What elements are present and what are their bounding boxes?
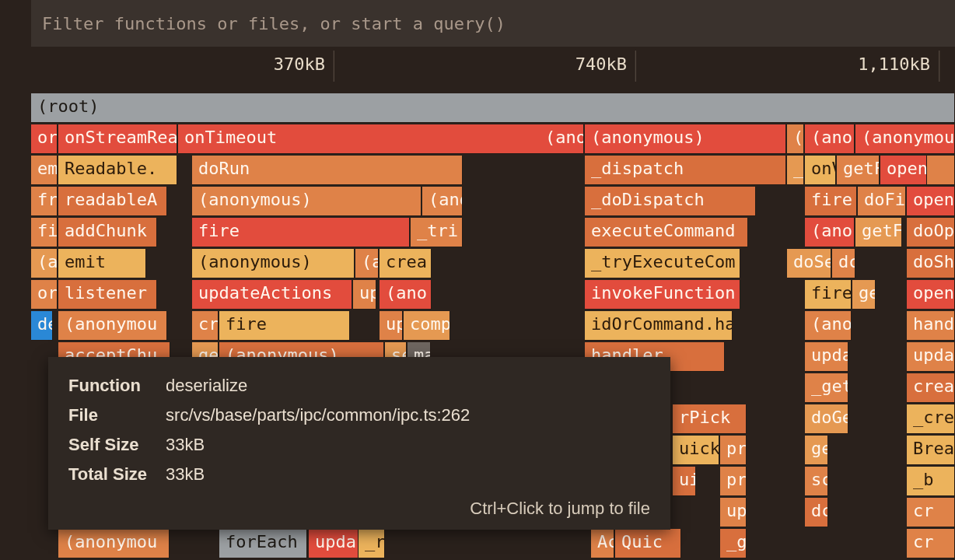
flame-cell[interactable]: (anonymou — [58, 529, 170, 558]
flame-cell[interactable]: getF — [837, 156, 880, 185]
flame-cell[interactable]: onTimeout — [178, 124, 584, 154]
flame-cell[interactable]: doSh — [907, 249, 955, 278]
flame-cell[interactable]: uick — [673, 436, 719, 465]
flame-cell[interactable]: up — [380, 311, 403, 341]
flame-cell[interactable]: invokeFunction — [585, 280, 740, 310]
flame-cell[interactable]: _get — [805, 373, 848, 403]
flame-cell[interactable]: (ano — [422, 187, 463, 216]
tooltip-val-totalsize: 33kB — [166, 460, 478, 489]
flame-cell[interactable]: fr — [31, 187, 58, 216]
flame-cell[interactable]: upda — [805, 342, 848, 372]
flame-cell[interactable]: (anonymou — [58, 311, 167, 341]
flame-cell[interactable]: ge — [805, 436, 828, 465]
flame-cell[interactable]: pr — [720, 436, 747, 465]
flame-cell[interactable]: (ano — [380, 280, 432, 310]
flame-cell[interactable]: upda — [309, 529, 359, 558]
flame-cell[interactable]: ge — [852, 280, 876, 310]
flame-cell[interactable]: Brea — [907, 436, 955, 465]
flame-row: de(anonymoucrfireupcompidOrCommand.ha(an… — [31, 311, 955, 341]
flame-cell[interactable]: doRun — [192, 156, 463, 185]
flame-cell[interactable]: comp — [404, 311, 450, 341]
flame-cell[interactable] — [927, 156, 955, 185]
flame-cell[interactable]: emit — [58, 249, 146, 278]
flame-cell[interactable]: _cre — [907, 404, 955, 434]
flame-cell[interactable]: open — [907, 280, 955, 310]
flame-tooltip: Function deserialize File src/vs/base/pa… — [48, 357, 670, 530]
flame-cell[interactable]: hand — [907, 311, 955, 341]
flame-cell[interactable]: dc — [805, 498, 828, 527]
flame-cell[interactable]: forEach — [219, 529, 307, 558]
flame-cell[interactable]: onVa — [805, 156, 836, 185]
filter-input[interactable] — [31, 0, 955, 47]
flame-cell[interactable]: Readable. — [58, 156, 177, 185]
flame-cell[interactable]: (ano — [805, 311, 852, 341]
flame-cell[interactable]: executeCommand — [585, 218, 748, 247]
flame-cell[interactable]: _s — [787, 156, 804, 185]
flame-cell[interactable]: crea — [380, 249, 432, 278]
flame-cell[interactable]: (ano — [805, 218, 855, 247]
flame-cell[interactable]: Quic — [615, 529, 681, 558]
flame-cell[interactable]: idOrCommand.ha — [585, 311, 733, 341]
flame-cell[interactable]: ui — [673, 467, 696, 496]
flame-cell[interactable]: doSe — [787, 249, 831, 278]
flame-cell[interactable]: Ac — [591, 529, 614, 558]
flame-cell[interactable]: fire — [805, 280, 852, 310]
flame-cell[interactable]: up — [720, 498, 747, 527]
flame-cell[interactable]: listener — [58, 280, 157, 310]
flame-cell[interactable]: up — [353, 280, 376, 310]
flame-cell[interactable]: open — [880, 156, 927, 185]
flame-cell[interactable]: (anonymous) — [192, 187, 422, 216]
flame-row: (aemit(anonymous)(acrea_tryExecuteComdoS… — [31, 249, 955, 278]
flame-cell[interactable]: (a — [355, 249, 379, 278]
flame-cell[interactable]: de — [31, 311, 53, 341]
flame-cell[interactable]: onStreamRea — [58, 124, 177, 154]
flame-cell[interactable]: updateActions — [192, 280, 352, 310]
flame-cell[interactable]: (a — [787, 124, 804, 154]
tooltip-val-function: deserialize — [166, 371, 478, 401]
flame-cell[interactable]: _b — [907, 467, 955, 496]
flame-cell[interactable]: _g — [720, 529, 747, 558]
flame-cell[interactable]: (a — [31, 249, 58, 278]
tooltip-val-selfsize: 33kB — [166, 430, 478, 460]
flame-cell[interactable]: getF — [855, 218, 902, 247]
flame-cell[interactable]: open — [907, 187, 955, 216]
flame-cell[interactable]: doFi — [858, 187, 906, 216]
tooltip-jump-hint: Ctrl+Click to jump to file — [68, 489, 650, 519]
flame-cell[interactable]: (ano — [539, 124, 584, 154]
ruler-tick: 1,110kB — [858, 54, 939, 74]
flame-cell[interactable]: sc — [805, 467, 828, 496]
flame-cell[interactable]: (ano — [805, 124, 855, 154]
flame-row: (root) — [31, 93, 955, 123]
flame-cell[interactable]: (anonymous) — [585, 124, 786, 154]
flame-cell[interactable]: _dispatch — [585, 156, 786, 185]
flame-cell[interactable]: fire — [219, 311, 350, 341]
flame-cell[interactable]: (anonymous) — [192, 249, 355, 278]
flame-cell[interactable]: fi — [31, 218, 58, 247]
flame-cell[interactable]: em — [31, 156, 58, 185]
tooltip-key-selfsize: Self Size — [68, 430, 166, 460]
flame-cell[interactable]: _tri — [411, 218, 463, 247]
flame-cell[interactable]: crea — [907, 373, 955, 403]
flame-cell[interactable]: pr — [720, 467, 747, 496]
flame-cell[interactable]: (anonymou — [855, 124, 955, 154]
flame-cell[interactable]: _r — [359, 529, 385, 558]
flame-cell[interactable]: (root) — [31, 93, 955, 123]
flame-cell[interactable]: upda — [907, 342, 955, 372]
flame-cell[interactable]: doOp — [907, 218, 955, 247]
flame-cell[interactable]: fire — [805, 187, 857, 216]
flame-cell[interactable]: addChunk — [58, 218, 157, 247]
flame-cell[interactable]: cr — [907, 529, 955, 558]
flame-cell[interactable]: rPick — [673, 404, 747, 434]
flame-cell[interactable]: or — [31, 280, 58, 310]
flame-cell[interactable]: fire — [192, 218, 410, 247]
flame-cell[interactable]: readableA — [58, 187, 167, 216]
flame-cell[interactable]: cr — [192, 311, 219, 341]
flame-cell[interactable]: _doDispatch — [585, 187, 756, 216]
flame-cell[interactable]: _tryExecuteCom — [585, 249, 740, 278]
flame-cell[interactable]: doGe — [805, 404, 848, 434]
flame-row: fiaddChunkfire_triexecuteCommand(anogetF… — [31, 218, 955, 247]
flame-cell[interactable]: cr — [907, 498, 955, 527]
flame-row: (anonymouforEachupda_rAcQuic_gcr — [31, 529, 955, 558]
flame-cell[interactable]: dc — [832, 249, 855, 278]
flame-cell[interactable]: or — [31, 124, 58, 154]
